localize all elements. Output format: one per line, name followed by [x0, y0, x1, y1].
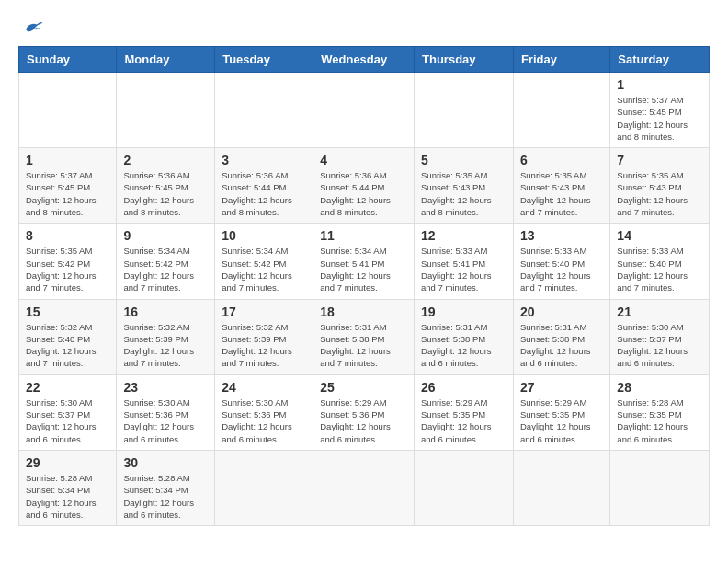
- calendar-cell: 14Sunrise: 5:33 AMSunset: 5:40 PMDayligh…: [610, 224, 710, 299]
- weekday-header-friday: Friday: [513, 47, 609, 73]
- calendar-cell: 25Sunrise: 5:29 AMSunset: 5:36 PMDayligh…: [313, 374, 415, 450]
- day-info: Sunrise: 5:30 AMSunset: 5:37 PMDaylight:…: [617, 321, 702, 370]
- day-number: 19: [421, 304, 506, 319]
- calendar-row: 1Sunrise: 5:37 AMSunset: 5:45 PMDaylight…: [19, 148, 710, 224]
- day-number: 1: [26, 153, 109, 167]
- calendar-cell: [313, 73, 415, 148]
- calendar-cell: 7Sunrise: 5:35 AMSunset: 5:43 PMDaylight…: [610, 148, 710, 224]
- calendar-cell: [513, 450, 609, 525]
- day-number: 3: [222, 153, 306, 167]
- weekday-header-thursday: Thursday: [415, 47, 514, 73]
- calendar-table: SundayMondayTuesdayWednesdayThursdayFrid…: [18, 46, 710, 526]
- calendar-cell: [313, 450, 415, 525]
- day-info: Sunrise: 5:31 AMSunset: 5:38 PMDaylight:…: [520, 321, 603, 370]
- day-number: 22: [26, 380, 109, 395]
- page-header: [18, 18, 710, 37]
- day-info: Sunrise: 5:30 AMSunset: 5:36 PMDaylight:…: [123, 396, 208, 445]
- calendar-cell: [117, 73, 215, 148]
- calendar-cell: 6Sunrise: 5:35 AMSunset: 5:43 PMDaylight…: [513, 148, 609, 224]
- day-info: Sunrise: 5:35 AMSunset: 5:43 PMDaylight:…: [421, 169, 506, 218]
- day-info: Sunrise: 5:36 AMSunset: 5:45 PMDaylight:…: [123, 169, 208, 218]
- day-number: 7: [617, 153, 702, 167]
- weekday-header-sunday: Sunday: [19, 47, 117, 73]
- calendar-cell: 29Sunrise: 5:28 AMSunset: 5:34 PMDayligh…: [19, 450, 117, 525]
- calendar-cell: 4Sunrise: 5:36 AMSunset: 5:44 PMDaylight…: [313, 148, 415, 224]
- weekday-header-saturday: Saturday: [610, 47, 710, 73]
- calendar-cell: [415, 450, 514, 525]
- calendar-cell: [513, 73, 609, 148]
- day-number: 14: [617, 228, 702, 243]
- calendar-cell: 18Sunrise: 5:31 AMSunset: 5:38 PMDayligh…: [313, 299, 415, 374]
- day-info: Sunrise: 5:36 AMSunset: 5:44 PMDaylight:…: [222, 169, 306, 218]
- calendar-cell: 3Sunrise: 5:36 AMSunset: 5:44 PMDaylight…: [215, 148, 313, 224]
- calendar-cell: 17Sunrise: 5:32 AMSunset: 5:39 PMDayligh…: [215, 299, 313, 374]
- day-number: 26: [421, 380, 506, 395]
- day-info: Sunrise: 5:35 AMSunset: 5:43 PMDaylight:…: [617, 169, 702, 218]
- day-number: 9: [123, 228, 208, 243]
- day-info: Sunrise: 5:33 AMSunset: 5:41 PMDaylight:…: [421, 245, 506, 293]
- day-info: Sunrise: 5:33 AMSunset: 5:40 PMDaylight:…: [520, 245, 603, 293]
- day-number: 17: [222, 304, 306, 319]
- calendar-cell: 8Sunrise: 5:35 AMSunset: 5:42 PMDaylight…: [19, 224, 117, 299]
- weekday-header-monday: Monday: [117, 47, 215, 73]
- day-info: Sunrise: 5:31 AMSunset: 5:38 PMDaylight:…: [320, 321, 407, 370]
- day-info: Sunrise: 5:28 AMSunset: 5:34 PMDaylight:…: [123, 472, 208, 521]
- calendar-cell: 13Sunrise: 5:33 AMSunset: 5:40 PMDayligh…: [513, 224, 609, 299]
- calendar-row: 22Sunrise: 5:30 AMSunset: 5:37 PMDayligh…: [19, 374, 710, 450]
- calendar-cell: 2Sunrise: 5:36 AMSunset: 5:45 PMDaylight…: [117, 148, 215, 224]
- day-info: Sunrise: 5:30 AMSunset: 5:36 PMDaylight:…: [222, 396, 306, 445]
- day-info: Sunrise: 5:35 AMSunset: 5:43 PMDaylight:…: [520, 169, 603, 218]
- day-number: 16: [123, 304, 208, 319]
- calendar-cell: 10Sunrise: 5:34 AMSunset: 5:42 PMDayligh…: [215, 224, 313, 299]
- weekday-header-tuesday: Tuesday: [215, 47, 313, 73]
- day-number: 15: [26, 304, 109, 319]
- day-number: 4: [320, 153, 407, 167]
- calendar-header-row: SundayMondayTuesdayWednesdayThursdayFrid…: [19, 47, 710, 73]
- day-info: Sunrise: 5:37 AMSunset: 5:45 PMDaylight:…: [617, 94, 702, 143]
- day-info: Sunrise: 5:32 AMSunset: 5:39 PMDaylight:…: [222, 321, 306, 370]
- day-number: 21: [617, 304, 702, 319]
- logo-bird-icon: [22, 18, 44, 37]
- day-number: 8: [26, 228, 109, 243]
- calendar-cell: 19Sunrise: 5:31 AMSunset: 5:38 PMDayligh…: [415, 299, 514, 374]
- day-number: 18: [320, 304, 407, 319]
- day-info: Sunrise: 5:31 AMSunset: 5:38 PMDaylight:…: [421, 321, 506, 370]
- logo: [18, 18, 48, 37]
- calendar-row: 15Sunrise: 5:32 AMSunset: 5:40 PMDayligh…: [19, 299, 710, 374]
- day-number: 20: [520, 304, 603, 319]
- day-info: Sunrise: 5:34 AMSunset: 5:42 PMDaylight:…: [123, 245, 208, 293]
- day-number: 13: [520, 228, 603, 243]
- calendar-cell: [415, 73, 514, 148]
- calendar-row: 1Sunrise: 5:37 AMSunset: 5:45 PMDaylight…: [19, 73, 710, 148]
- calendar-cell: 16Sunrise: 5:32 AMSunset: 5:39 PMDayligh…: [117, 299, 215, 374]
- day-number: 29: [26, 455, 109, 470]
- calendar-cell: 15Sunrise: 5:32 AMSunset: 5:40 PMDayligh…: [19, 299, 117, 374]
- day-number: 11: [320, 228, 407, 243]
- calendar-cell: [19, 73, 117, 148]
- calendar-row: 8Sunrise: 5:35 AMSunset: 5:42 PMDaylight…: [19, 224, 710, 299]
- calendar-body: 1Sunrise: 5:37 AMSunset: 5:45 PMDaylight…: [19, 73, 710, 526]
- calendar-cell: 27Sunrise: 5:29 AMSunset: 5:35 PMDayligh…: [513, 374, 609, 450]
- calendar-cell: 11Sunrise: 5:34 AMSunset: 5:41 PMDayligh…: [313, 224, 415, 299]
- calendar-cell: 20Sunrise: 5:31 AMSunset: 5:38 PMDayligh…: [513, 299, 609, 374]
- day-number: 5: [421, 153, 506, 167]
- day-info: Sunrise: 5:28 AMSunset: 5:35 PMDaylight:…: [617, 396, 702, 445]
- day-info: Sunrise: 5:30 AMSunset: 5:37 PMDaylight:…: [26, 396, 109, 445]
- calendar-cell: 1Sunrise: 5:37 AMSunset: 5:45 PMDaylight…: [19, 148, 117, 224]
- calendar-cell: 30Sunrise: 5:28 AMSunset: 5:34 PMDayligh…: [117, 450, 215, 525]
- day-number: 10: [222, 228, 306, 243]
- calendar-row: 29Sunrise: 5:28 AMSunset: 5:34 PMDayligh…: [19, 450, 710, 525]
- day-info: Sunrise: 5:29 AMSunset: 5:35 PMDaylight:…: [520, 396, 603, 445]
- calendar-cell: 9Sunrise: 5:34 AMSunset: 5:42 PMDaylight…: [117, 224, 215, 299]
- day-number: 1: [617, 77, 702, 92]
- day-info: Sunrise: 5:32 AMSunset: 5:40 PMDaylight:…: [26, 321, 109, 370]
- day-number: 23: [123, 380, 208, 395]
- calendar-cell: 1Sunrise: 5:37 AMSunset: 5:45 PMDaylight…: [610, 73, 710, 148]
- day-number: 2: [123, 153, 208, 167]
- calendar-cell: 22Sunrise: 5:30 AMSunset: 5:37 PMDayligh…: [19, 374, 117, 450]
- day-info: Sunrise: 5:29 AMSunset: 5:36 PMDaylight:…: [320, 396, 407, 445]
- day-info: Sunrise: 5:35 AMSunset: 5:42 PMDaylight:…: [26, 245, 109, 293]
- calendar-cell: 28Sunrise: 5:28 AMSunset: 5:35 PMDayligh…: [610, 374, 710, 450]
- day-number: 6: [520, 153, 603, 167]
- day-number: 12: [421, 228, 506, 243]
